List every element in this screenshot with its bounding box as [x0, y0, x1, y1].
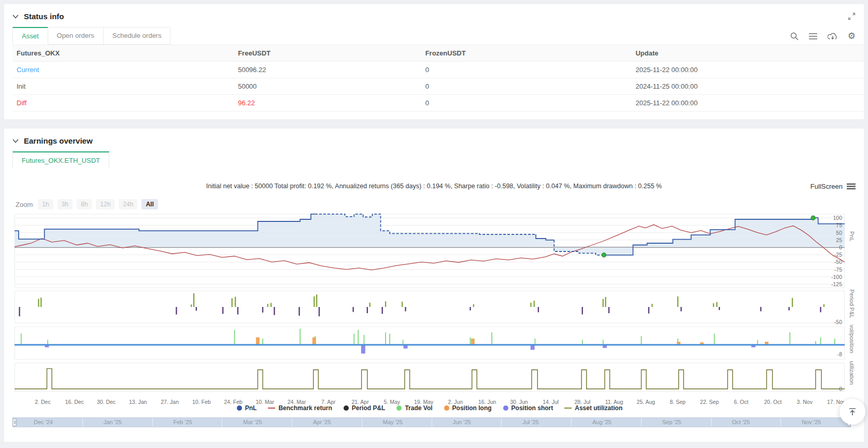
period-pnl-bar	[267, 304, 268, 307]
tab-schedule-orders[interactable]: Schedule orders	[103, 27, 171, 45]
panel-border	[15, 327, 845, 359]
navigator-month: Jul '25	[501, 418, 571, 427]
period-pnl-bar	[235, 297, 236, 307]
column-header: FreeUSDT	[234, 45, 421, 62]
yaxis-title-pnl: PnL	[849, 231, 855, 242]
navigator-handle-left[interactable]	[12, 418, 17, 426]
legend-label: PnL	[245, 404, 257, 412]
zoom-button-12h: 12h	[96, 199, 115, 209]
period-pnl-bar	[651, 304, 652, 307]
summary-stats: Initial net value : 50000 Total profit: …	[46, 183, 823, 190]
chart-legend: PnLBenchmark returnPeriod P&LTrade VolPo…	[15, 404, 845, 412]
navigator-month: Jun '25	[432, 418, 502, 427]
ytick-label: -125	[831, 281, 842, 287]
navigator-month: Jan '25	[82, 418, 152, 427]
legend-item-trade-vol[interactable]: Trade Vol	[396, 404, 432, 412]
navigator-month: Aug '25	[571, 418, 641, 427]
ytick-label: 100	[833, 215, 842, 221]
ytick-label: 25	[836, 237, 842, 243]
value-cell: 50096.22	[234, 62, 421, 78]
earnings-header[interactable]: Earnings overview	[4, 129, 864, 149]
row-label-cell[interactable]: Current	[12, 62, 234, 78]
position-long-bar	[312, 338, 316, 345]
panel-border	[15, 291, 845, 323]
chart-plot-area[interactable]: 1007550250-25-50-75-100-125-50-802. Dec1…	[15, 212, 845, 408]
legend-label: Period P&L	[352, 404, 386, 412]
legend-label: Position short	[511, 404, 553, 412]
chart-navigator[interactable]: Dec '24Jan '25Feb '25Mar '25Apr '25May '…	[12, 417, 851, 427]
table-row: Diff96.2202025-11-22 00:00:00	[12, 95, 864, 111]
period-pnl-bar	[603, 299, 604, 307]
value-cell: 0	[421, 78, 632, 95]
ytick-label: -50	[834, 259, 842, 265]
context-menu-icon[interactable]	[847, 183, 856, 190]
legend-item-position-long[interactable]: Position long	[444, 404, 492, 412]
pnl-marker	[811, 216, 815, 220]
period-pnl-bar	[38, 299, 39, 307]
trade-vol-bar	[535, 339, 536, 345]
tab-futures_okx.eth_usdt[interactable]: Futures_OKX.ETH_USDT	[12, 151, 109, 169]
legend-dot-marker	[237, 405, 242, 411]
trade-vol-bar	[385, 332, 386, 345]
tab-open-orders[interactable]: Open orders	[48, 27, 104, 45]
legend-item-benchmark-return[interactable]: Benchmark return	[268, 404, 332, 412]
zoom-controls: Zoom 1h3h8h12h24hAll	[16, 198, 864, 211]
period-pnl-bar	[823, 304, 824, 307]
yaxis-title-utilization: utilization	[849, 361, 855, 385]
asset-table-header-row: Futures_OKXFreeUSDTFrozenUSDTUpdate	[12, 45, 864, 62]
yaxis-title-period-pnl: Period P&L	[849, 289, 855, 318]
period-pnl-bar	[473, 304, 474, 307]
menu-icon[interactable]	[809, 33, 817, 40]
ytick-label: 75	[836, 222, 842, 228]
stats-row: Initial net value : 50000 Total profit: …	[4, 183, 864, 194]
value-cell: 96.22	[234, 95, 421, 111]
value-cell: 50000	[234, 78, 421, 95]
ytick-label: -50	[834, 319, 842, 325]
period-pnl-bar	[352, 307, 353, 312]
settings-icon[interactable]: ⚙	[848, 32, 856, 40]
legend-label: Position long	[452, 404, 492, 412]
fullscreen-button[interactable]: FullScreen	[810, 183, 856, 190]
trade-vol-bar	[389, 333, 390, 345]
cloud-download-icon[interactable]	[828, 32, 837, 40]
legend-dot-marker	[344, 405, 349, 411]
tab-asset[interactable]: Asset	[12, 27, 48, 45]
zoom-button-all[interactable]: All	[141, 199, 158, 209]
period-pnl-bar	[608, 307, 609, 313]
period-pnl-bar	[274, 307, 275, 315]
period-pnl-bar	[582, 307, 583, 314]
position-long-bar	[471, 339, 475, 345]
period-pnl-bar	[648, 307, 649, 314]
trade-vol-bar	[641, 336, 642, 345]
navigator-month: Dec '24	[13, 418, 82, 427]
period-pnl-bar	[271, 303, 272, 307]
position-long-bar	[256, 338, 260, 345]
status-info-header[interactable]: Status info	[4, 4, 864, 25]
period-pnl-bar	[176, 307, 177, 314]
status-info-card: Status info AssetOpen ordersSchedule ord…	[4, 4, 864, 119]
period-pnl-bar	[262, 307, 263, 313]
period-pnl-bar	[538, 307, 539, 312]
period-pnl-bar	[530, 303, 531, 307]
trade-vol-bar	[21, 333, 22, 345]
period-pnl-bar	[605, 297, 606, 307]
legend-item-asset-utilization[interactable]: Asset utilization	[564, 404, 622, 412]
period-pnl-bar	[534, 301, 535, 307]
period-pnl-bar	[193, 293, 194, 307]
period-pnl-bar	[385, 301, 386, 307]
back-to-top-button[interactable]	[839, 399, 865, 425]
zoom-button-8h: 8h	[77, 199, 92, 209]
legend-item-pnl[interactable]: PnL	[237, 404, 257, 412]
panel-border	[15, 363, 845, 391]
navigator-month: Oct '25	[711, 418, 781, 427]
trade-vol-bar	[834, 339, 835, 345]
legend-item-position-short[interactable]: Position short	[503, 404, 553, 412]
status-tabs: AssetOpen ordersSchedule orders ⚙	[12, 27, 856, 45]
legend-item-period-p-l[interactable]: Period P&L	[344, 404, 386, 412]
expand-icon[interactable]	[848, 12, 856, 22]
search-icon[interactable]	[790, 32, 799, 40]
zoom-button-1h: 1h	[38, 199, 53, 209]
value-cell: 0	[421, 95, 632, 111]
trade-vol-bar	[714, 333, 715, 345]
navigator-month: Mar '25	[222, 418, 292, 427]
